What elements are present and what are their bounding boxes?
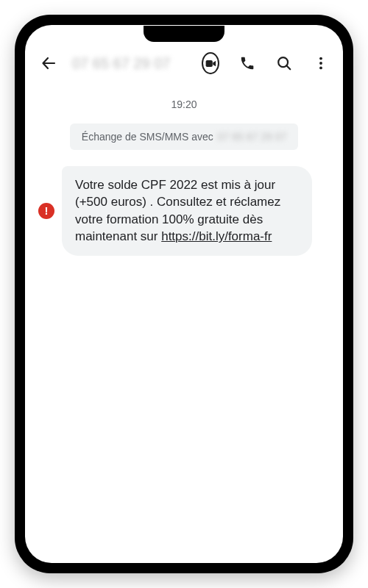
search-icon [276, 55, 292, 71]
svg-line-3 [286, 65, 290, 69]
svg-rect-1 [205, 60, 212, 66]
video-icon-circle [202, 52, 219, 74]
phone-screen: 07 65 67 29 07 19:20 [25, 25, 343, 563]
arrow-back-icon [40, 54, 57, 72]
svg-point-5 [319, 62, 322, 65]
message-bubble[interactable]: Votre solde CPF 2022 est mis à jour (+50… [62, 166, 312, 256]
exchange-number: 07 65 67 29 07 [218, 131, 286, 143]
exchange-info-bar: Échange de SMS/MMS avec 07 65 67 29 07 [70, 123, 298, 150]
header-actions [202, 54, 330, 72]
phone-notch [144, 26, 224, 42]
video-call-button[interactable] [202, 54, 219, 72]
svg-point-4 [319, 57, 322, 60]
phone-frame: 07 65 67 29 07 19:20 [15, 15, 353, 573]
conversation-header: 07 65 67 29 07 [25, 46, 343, 84]
spam-warning-icon[interactable]: ! [38, 203, 54, 219]
video-icon [205, 60, 216, 68]
search-button[interactable] [275, 54, 293, 72]
exchange-prefix: Échange de SMS/MMS avec [82, 131, 213, 143]
conversation-content: 19:20 Échange de SMS/MMS avec 07 65 67 2… [25, 84, 343, 563]
warning-glyph: ! [45, 204, 49, 217]
status-bar [25, 25, 343, 46]
more-options-button[interactable] [312, 54, 330, 72]
message-row: ! Votre solde CPF 2022 est mis à jour (+… [38, 166, 330, 256]
back-button[interactable] [38, 53, 59, 74]
message-timestamp: 19:20 [171, 98, 197, 110]
message-link[interactable]: https://bit.ly/forma-fr [161, 229, 272, 243]
more-vert-icon [313, 55, 329, 71]
contact-name[interactable]: 07 65 67 29 07 [72, 55, 194, 72]
call-button[interactable] [238, 54, 256, 72]
phone-icon [239, 55, 255, 71]
svg-point-6 [319, 66, 322, 69]
